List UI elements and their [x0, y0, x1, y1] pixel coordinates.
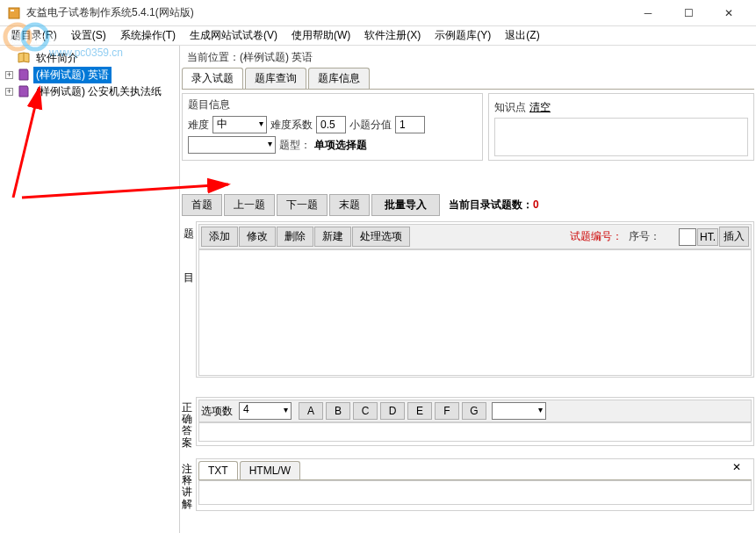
type-value: 单项选择题	[314, 138, 367, 153]
clear-link[interactable]: 清空	[529, 100, 551, 115]
bulk-import-button[interactable]: 批量导入	[371, 194, 440, 216]
answer-text[interactable]	[198, 422, 752, 442]
modify-button[interactable]: 修改	[239, 227, 276, 247]
breadcrumb: 当前位置：(样例试题) 英语	[182, 47, 754, 68]
difficulty-select[interactable]: 中	[212, 116, 267, 133]
expand-icon[interactable]: +	[5, 88, 13, 96]
knowledge-label: 知识点	[494, 100, 526, 115]
add-button[interactable]: 添加	[201, 227, 238, 247]
app-icon	[7, 6, 21, 20]
main-tabs: 录入试题 题库查询 题库信息	[182, 68, 754, 90]
ht-button[interactable]: HT.	[697, 228, 718, 246]
menu-system[interactable]: 系统操作(T)	[113, 26, 183, 45]
svg-rect-0	[9, 8, 19, 18]
close-icon[interactable]: ✕	[732, 461, 741, 473]
delete-button[interactable]: 删除	[277, 227, 313, 247]
tab-query[interactable]: 题库查询	[245, 68, 306, 89]
score-label: 小题分值	[349, 118, 392, 133]
nav-panel: 首题 上一题 下一题 末题 批量导入 当前目录试题数：0	[182, 194, 754, 216]
category-select[interactable]	[188, 136, 276, 154]
count-info: 当前目录试题数：0	[449, 198, 539, 212]
close-button[interactable]: ✕	[709, 0, 749, 26]
last-button[interactable]: 末题	[329, 194, 370, 216]
tree-item-intro[interactable]: 软件简介	[2, 50, 177, 66]
book-icon	[17, 68, 31, 82]
answer-vlabel: 正确答案	[182, 397, 196, 446]
coeff-label: 难度系数	[270, 118, 313, 133]
answer-toolbar: 选项数 4 A B C D E F G	[198, 400, 752, 422]
minimize-button[interactable]: ─	[628, 0, 668, 26]
question-toolbar: 添加 修改 删除 新建 处理选项 试题编号： 序号： HT. 插入	[198, 224, 752, 249]
letter-d[interactable]: D	[380, 402, 405, 420]
knowledge-text[interactable]	[494, 118, 748, 156]
tree-label: 软件简介	[33, 50, 81, 67]
tab-txt[interactable]: TXT	[198, 461, 238, 479]
tree-label: (样例试题) 英语	[33, 67, 112, 83]
letter-e[interactable]: E	[407, 402, 432, 420]
seq-label: 序号：	[629, 229, 660, 244]
score-input[interactable]	[395, 116, 425, 133]
answer-extra-select[interactable]	[492, 402, 546, 420]
menubar: 题目录(R) 设置(S) 系统操作(T) 生成网站试试卷(V) 使用帮助(W) …	[0, 26, 756, 46]
explain-vlabel: 注释讲解	[182, 458, 196, 511]
tab-input[interactable]: 录入试题	[182, 68, 243, 89]
tree-label: (样例试题) 公安机关执法纸	[33, 83, 164, 100]
menu-help[interactable]: 使用帮助(W)	[284, 26, 357, 45]
new-button[interactable]: 新建	[314, 227, 351, 247]
menu-catalog[interactable]: 题目录(R)	[4, 26, 64, 45]
first-button[interactable]: 首题	[182, 194, 222, 216]
question-info-panel: 题目信息 难度 中 难度系数 小题分值 题型： 单项选择题	[182, 93, 483, 161]
menu-register[interactable]: 软件注册(X)	[357, 26, 428, 45]
letter-a[interactable]: A	[299, 402, 323, 420]
window-title: 友益电子试卷制作系统5.4.1(网站版)	[26, 5, 628, 20]
expand-icon[interactable]: +	[5, 71, 13, 79]
prev-button[interactable]: 上一题	[224, 194, 275, 216]
tab-info[interactable]: 题库信息	[308, 68, 370, 89]
explain-editor[interactable]	[198, 480, 752, 505]
menu-generate[interactable]: 生成网站试试卷(V)	[183, 26, 284, 45]
letter-c[interactable]: C	[353, 402, 378, 420]
tree-sidebar: 软件简介 + (样例试题) 英语 + (样例试题) 公安机关执法纸	[0, 46, 180, 533]
knowledge-panel: 知识点 清空	[488, 93, 754, 161]
letter-g[interactable]: G	[462, 402, 486, 420]
book-icon	[17, 84, 31, 98]
tree-item-police[interactable]: + (样例试题) 公安机关执法纸	[2, 83, 177, 99]
menu-exit[interactable]: 退出(Z)	[498, 26, 546, 45]
letter-f[interactable]: F	[435, 402, 459, 420]
tree-item-english[interactable]: + (样例试题) 英语	[2, 67, 177, 83]
tab-html[interactable]: HTML/W	[240, 461, 300, 479]
maximize-button[interactable]: ☐	[668, 0, 709, 26]
coeff-input[interactable]	[316, 116, 346, 133]
id-label: 试题编号：	[570, 229, 623, 244]
letter-b[interactable]: B	[326, 402, 350, 420]
question-editor[interactable]	[198, 249, 752, 376]
svg-rect-1	[11, 10, 14, 11]
question-vlabel: 题目	[182, 221, 196, 378]
optcount-label: 选项数	[201, 404, 233, 419]
insert-button[interactable]: 插入	[719, 227, 749, 247]
panel-title: 题目信息	[188, 97, 477, 112]
book-icon	[17, 51, 31, 65]
options-button[interactable]: 处理选项	[352, 227, 410, 247]
next-button[interactable]: 下一题	[277, 194, 328, 216]
difficulty-label: 难度	[188, 118, 209, 133]
menu-examples[interactable]: 示例题库(Y)	[428, 26, 498, 45]
menu-settings[interactable]: 设置(S)	[64, 26, 113, 45]
type-label: 题型：	[279, 138, 311, 153]
seq-input[interactable]	[679, 228, 696, 246]
optcount-select[interactable]: 4	[239, 402, 292, 420]
